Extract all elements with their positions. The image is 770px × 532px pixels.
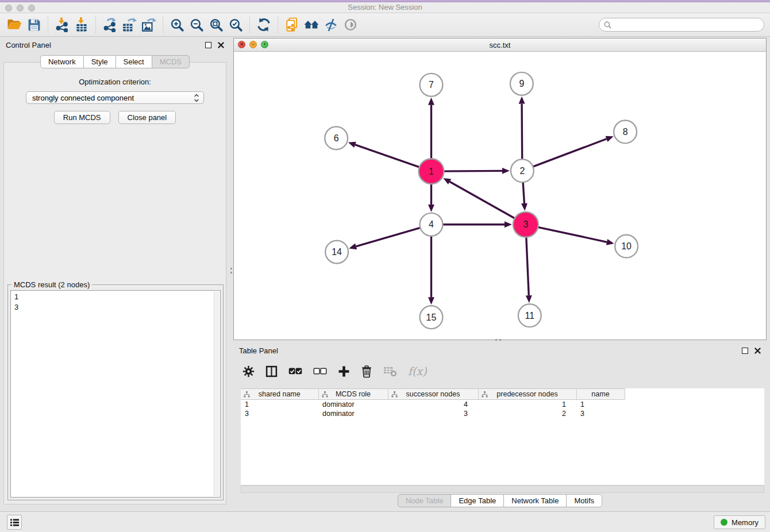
- close-panel-icon[interactable]: [218, 42, 224, 48]
- zoom-selected-button[interactable]: [226, 15, 245, 34]
- tab-network[interactable]: Network: [40, 55, 84, 68]
- function-builder-button[interactable]: f(x): [408, 365, 427, 377]
- plus-icon: [338, 365, 350, 377]
- tab-motifs[interactable]: Motifs: [566, 494, 602, 507]
- column-header-shared-name[interactable]: shared name: [241, 389, 318, 400]
- add-column-button[interactable]: [338, 365, 350, 377]
- tab-edge-table[interactable]: Edge Table: [451, 494, 504, 507]
- clone-network-button[interactable]: [282, 15, 302, 34]
- network-minimize-button[interactable]: −: [249, 41, 257, 48]
- table-cell[interactable]: 4: [388, 400, 478, 410]
- table-cell[interactable]: 3: [576, 409, 625, 418]
- network-close-button[interactable]: ✕: [238, 41, 245, 48]
- first-neighbors-button[interactable]: [302, 15, 321, 34]
- delete-column-button[interactable]: [361, 365, 372, 378]
- graph-node-label: 6: [334, 133, 339, 143]
- table-toolbar: f(x): [242, 360, 427, 383]
- graph-node-label: 8: [623, 127, 628, 137]
- table-cell[interactable]: 1: [576, 400, 625, 410]
- open-session-button[interactable]: [5, 15, 24, 34]
- vertical-splitter-handle[interactable]: [230, 267, 233, 275]
- hide-selected-button[interactable]: [321, 15, 341, 34]
- graph-node-label: 9: [519, 79, 524, 88]
- table-cell[interactable]: 1: [241, 400, 318, 410]
- memory-status-icon: [721, 519, 727, 526]
- column-header-mcds-role[interactable]: MCDS role: [318, 389, 388, 400]
- column-header-successor-nodes[interactable]: successor nodes: [388, 389, 478, 400]
- column-type-icon: [322, 391, 328, 398]
- table-cell[interactable]: 2: [478, 409, 576, 418]
- import-network-button[interactable]: [52, 15, 72, 34]
- status-bar: Memory: [0, 511, 770, 532]
- table-panel: Table Panel: [233, 342, 767, 509]
- zoom-out-button[interactable]: [187, 15, 206, 34]
- task-history-button[interactable]: [7, 515, 22, 530]
- network-maximize-button[interactable]: +: [261, 41, 268, 48]
- table-tabs: Node TableEdge TableNetwork TableMotifs: [233, 494, 767, 508]
- mcds-result-group: MCDS result (2 nodes) 13: [7, 284, 224, 500]
- zoom-out-icon: [190, 18, 204, 32]
- graph-edge-2-8[interactable]: [522, 139, 607, 171]
- titlebar: Session: New Session: [0, 0, 770, 13]
- toolbar-separator: [163, 16, 163, 34]
- close-table-panel-icon[interactable]: [754, 348, 761, 354]
- network-graph[interactable]: 7968124314101511: [234, 52, 765, 339]
- network-window-titlebar[interactable]: ✕ − + scc.txt: [234, 38, 766, 52]
- column-header-predecessor-nodes[interactable]: predecessor nodes: [478, 389, 576, 400]
- network-canvas[interactable]: 7968124314101511: [234, 52, 765, 339]
- search-box[interactable]: [599, 18, 764, 32]
- select-all-button[interactable]: [288, 367, 302, 376]
- tab-node-table[interactable]: Node Table: [398, 494, 452, 507]
- deselect-all-icon: [313, 367, 327, 376]
- mcds-result-line: 1: [14, 292, 211, 302]
- memory-button[interactable]: Memory: [714, 515, 765, 529]
- import-network-icon: [55, 17, 70, 32]
- memory-label: Memory: [732, 518, 759, 527]
- titlebar-accent: [0, 0, 770, 2]
- table-cell[interactable]: dominator: [318, 400, 388, 410]
- deselect-all-button[interactable]: [313, 367, 327, 376]
- export-image-button[interactable]: [139, 15, 159, 34]
- graph-edge-arrow: [428, 205, 434, 212]
- refresh-view-button[interactable]: [254, 15, 274, 34]
- table-cell[interactable]: 3: [388, 409, 478, 418]
- table-row[interactable]: 3dominator323: [241, 409, 764, 418]
- criterion-dropdown[interactable]: strongly connected component: [26, 91, 204, 104]
- tab-select[interactable]: Select: [116, 55, 152, 68]
- show-all-button[interactable]: [341, 15, 360, 34]
- table-cell[interactable]: 3: [241, 409, 318, 418]
- search-input[interactable]: [614, 20, 759, 30]
- refresh-icon: [256, 17, 271, 32]
- import-table-button[interactable]: [72, 15, 91, 34]
- zoom-fit-content-button[interactable]: [206, 15, 226, 34]
- run-mcds-button[interactable]: Run MCDS: [54, 111, 110, 124]
- column-header-name[interactable]: name: [576, 389, 625, 400]
- tab-mcds[interactable]: MCDS: [152, 55, 190, 68]
- graph-node-label: 7: [429, 80, 434, 90]
- export-network-button[interactable]: [100, 15, 120, 34]
- show-columns-button[interactable]: [265, 365, 278, 377]
- table-row[interactable]: 1dominator411: [241, 400, 764, 410]
- result-scrollbar[interactable]: [214, 291, 220, 496]
- close-panel-button[interactable]: Close panel: [118, 111, 176, 124]
- table-cell[interactable]: 1: [478, 400, 576, 410]
- delete-table-button[interactable]: [383, 365, 397, 377]
- save-session-button[interactable]: [24, 15, 44, 34]
- zoom-fit-icon: [209, 18, 224, 32]
- graph-edge-arrow: [519, 97, 525, 104]
- float-panel-icon[interactable]: [205, 42, 211, 48]
- table-horizontal-scrollbar[interactable]: [241, 485, 764, 493]
- table-panel-title: Table Panel: [239, 346, 278, 355]
- export-table-button[interactable]: [120, 15, 139, 34]
- tab-style[interactable]: Style: [83, 55, 116, 68]
- mcds-result-title: MCDS result (2 nodes): [11, 280, 92, 289]
- table-options-button[interactable]: [242, 365, 255, 377]
- zoom-in-button[interactable]: [167, 15, 187, 34]
- table-cell[interactable]: dominator: [318, 409, 388, 418]
- table-panel-header: Table Panel: [233, 342, 767, 358]
- mcds-result-text[interactable]: 13: [11, 291, 214, 496]
- graph-node-label: 4: [429, 219, 434, 229]
- tab-network-table[interactable]: Network Table: [503, 494, 567, 507]
- float-table-panel-icon[interactable]: [742, 348, 748, 354]
- horizontal-splitter-handle[interactable]: [494, 338, 502, 341]
